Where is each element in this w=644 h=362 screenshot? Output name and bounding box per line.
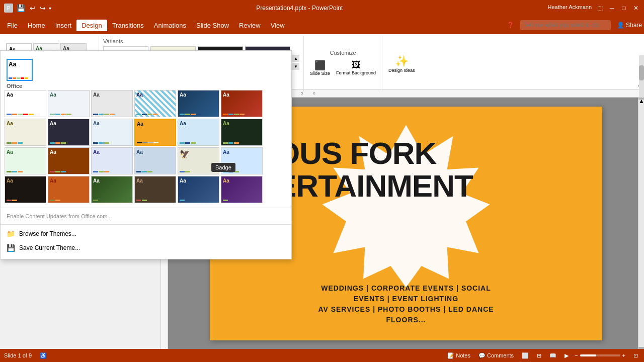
save-theme-link[interactable]: 💾 Save Current Theme...: [1, 241, 291, 255]
comments-btn[interactable]: 💬 Comments: [476, 351, 516, 360]
canvas-vscroll-down[interactable]: ▼: [638, 347, 644, 349]
slide-sorter-btn[interactable]: ⊞: [535, 351, 543, 360]
theme-ion[interactable]: Aa: [178, 90, 219, 117]
zoom-in-btn[interactable]: +: [622, 352, 625, 358]
variant-scroll-up[interactable]: ▲: [292, 55, 299, 62]
minimize-btn[interactable]: ─: [608, 4, 616, 12]
theme-organic[interactable]: Aa: [5, 119, 46, 146]
theme-droplet[interactable]: Aa: [5, 147, 46, 174]
save-theme-label: Save Current Theme...: [19, 244, 80, 251]
design-ideas-btn[interactable]: ✨ Design Ideas: [388, 55, 415, 73]
user-name: Heather Ackmann: [548, 4, 592, 12]
menu-home[interactable]: Home: [23, 20, 50, 31]
help-icon: ❓: [507, 22, 514, 29]
current-row: Aa: [5, 57, 287, 82]
restore-down-btn[interactable]: ⬚: [596, 4, 604, 12]
zoom-bar: − +: [575, 352, 627, 358]
slide-size-icon: ⬛: [314, 60, 326, 71]
menubar: File Home Insert Design Transitions Anim…: [0, 16, 644, 34]
theme-sep-1: [1, 208, 291, 208]
undo-icon[interactable]: ↩: [30, 4, 36, 12]
notes-btn[interactable]: 📝 Notes: [445, 351, 472, 360]
theme-retrospect[interactable]: Aa: [91, 119, 133, 146]
designer-section: ✨ Design Ideas: [382, 36, 421, 92]
zoom-fill: [580, 354, 596, 356]
browse-themes-link[interactable]: 📁 Browse for Themes...: [1, 227, 291, 241]
save-icon[interactable]: 💾: [17, 4, 25, 12]
theme-ion-boardroom[interactable]: Aa: [134, 90, 176, 117]
themes-row-3: Aa Aa Aa: [5, 147, 287, 174]
theme-droplet2[interactable]: Aa: [178, 176, 219, 203]
badge-tooltip: Badge: [211, 163, 235, 172]
slide-size-btn[interactable]: ⬛ Slide Size: [308, 58, 332, 78]
design-ideas-label: Design Ideas: [388, 68, 415, 73]
maximize-btn[interactable]: □: [620, 4, 628, 12]
format-background-icon: 🖼: [352, 60, 361, 70]
menu-view[interactable]: View: [266, 20, 290, 31]
menu-review[interactable]: Review: [234, 20, 266, 31]
menu-animations[interactable]: Animations: [149, 20, 191, 31]
theme-frame[interactable]: Aa: [48, 147, 90, 174]
themes-row-2: Aa Aa Aa: [5, 119, 287, 146]
redo-icon[interactable]: ↪: [40, 4, 46, 12]
save-theme-icon: 💾: [7, 244, 15, 252]
office-section-label: Office: [5, 82, 287, 90]
statusbar: Slide 1 of 9 ♿ 📝 Notes 💬 Comments ⬜ ⊞ 📖 …: [0, 349, 644, 362]
close-btn[interactable]: ✕: [632, 4, 640, 12]
theme-feathered[interactable]: Aa: [91, 176, 133, 203]
format-background-btn[interactable]: 🖼 Format Background: [334, 58, 378, 78]
titlebar-left-controls: P 💾 ↩ ↪ ▾: [4, 4, 51, 13]
variant-scroll-down[interactable]: ▼: [292, 63, 299, 70]
theme-damask[interactable]: Aa: [134, 176, 176, 203]
menu-file[interactable]: File: [2, 20, 23, 31]
variant-scroll: ▲ ▼: [292, 55, 299, 70]
comments-icon: 💬: [478, 352, 486, 359]
menu-design[interactable]: Design: [76, 20, 107, 31]
accessibility-icon[interactable]: ♿: [40, 352, 47, 359]
window-controls: Heather Ackmann ⬚ ─ □ ✕: [548, 4, 640, 12]
customize-label: Customize: [330, 50, 356, 56]
window-title: Presentation4.pptx - PowerPoint: [51, 5, 548, 12]
theme-metro[interactable]: Aa: [221, 90, 263, 117]
theme-slice[interactable]: Aa: [91, 147, 133, 174]
menu-insert[interactable]: Insert: [50, 20, 77, 31]
content-updates-link[interactable]: Enable Content Updates from Office.com..…: [1, 210, 291, 222]
tell-me-input[interactable]: [520, 20, 611, 30]
theme-savon[interactable]: Aa: [48, 176, 90, 203]
slide-size-label: Slide Size: [310, 71, 330, 76]
theme-lines[interactable]: Aa: [134, 147, 176, 174]
menu-transitions[interactable]: Transitions: [107, 20, 149, 31]
canvas-vscroll-up[interactable]: ▲: [638, 98, 644, 100]
dropdown-current[interactable]: Aa: [7, 59, 33, 81]
fit-slide-btn[interactable]: ⊡: [631, 351, 640, 360]
theme-circuit[interactable]: Aa: [221, 119, 263, 146]
slideshow-btn[interactable]: ▶: [562, 351, 571, 360]
slide-info: Slide 1 of 9: [4, 352, 32, 358]
menu-slideshow[interactable]: Slide Show: [191, 20, 234, 31]
theme-parallax[interactable]: Aa: [48, 119, 90, 146]
zoom-slider[interactable]: [580, 354, 620, 356]
dropdown-inner: Aa Office Aa: [1, 55, 291, 206]
theme-celestial[interactable]: Aa: [178, 119, 219, 146]
reading-view-btn[interactable]: 📖: [547, 351, 558, 360]
theme-sep-2: [1, 224, 291, 225]
themes-row-4: Aa Aa Aa: [5, 176, 287, 203]
app-icon: P: [4, 4, 13, 13]
theme-extra-6[interactable]: Aa: [221, 176, 263, 203]
theme-facet[interactable]: Aa: [48, 90, 90, 117]
theme-dropdown: Aa Office Aa: [0, 50, 292, 259]
customize-section: Customize ⬛ Slide Size 🖼 Format Backgrou…: [303, 36, 382, 92]
statusbar-right: 📝 Notes 💬 Comments ⬜ ⊞ 📖 ▶ − + ⊡: [445, 351, 640, 360]
theme-badge[interactable]: Aa: [134, 119, 176, 146]
browse-label: Browse for Themes...: [19, 230, 76, 237]
normal-view-btn[interactable]: ⬜: [520, 351, 531, 360]
notes-icon: 📝: [447, 352, 454, 359]
share-btn[interactable]: 👤 Share: [617, 22, 642, 29]
theme-wood[interactable]: Aa: [5, 176, 46, 203]
theme-office[interactable]: Aa: [5, 90, 46, 117]
design-ideas-icon: ✨: [395, 55, 409, 68]
theme-integral[interactable]: Aa: [91, 90, 133, 117]
canvas-vscroll[interactable]: ▲ ▼: [638, 98, 644, 349]
themes-row-1: Aa Aa: [5, 90, 287, 117]
zoom-out-btn[interactable]: −: [575, 352, 578, 358]
